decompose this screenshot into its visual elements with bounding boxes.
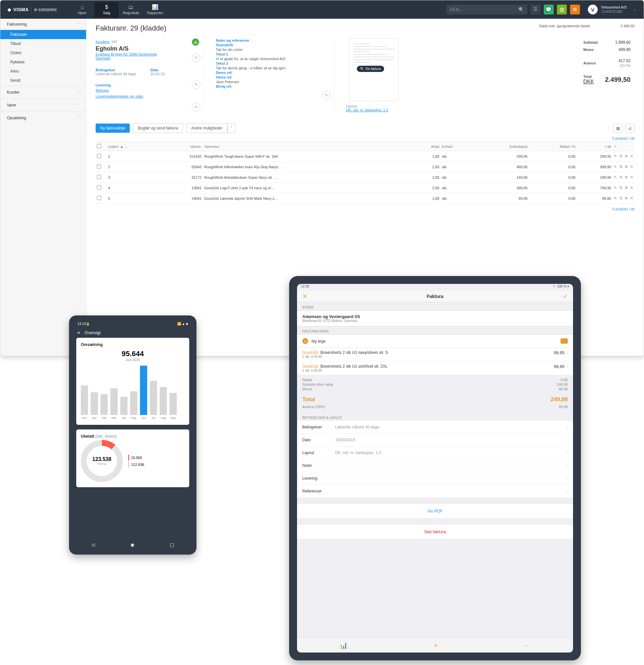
edit-icon[interactable]: ✎ [614,196,617,201]
back-icon[interactable]: ◁ [91,542,95,547]
edit-icon[interactable]: ✎ [614,165,617,169]
table-row[interactable]: 413841GoodJob LogoT-shirt 2-pak T4 navy … [96,183,634,193]
unpaid-card[interactable]: Ubetalt (inkl. moms) 123.538TOTAL 10.902… [76,430,189,487]
row-select[interactable] [97,154,101,158]
row-select[interactable] [97,164,101,169]
view-pdf-button[interactable]: Vis PDF [297,504,573,518]
print-button[interactable]: 🖨 [625,124,634,133]
sidebar-section-setup[interactable]: Opsætning˅ [0,112,86,124]
wifi-icon: ᯤ [553,285,556,288]
help-button[interactable]: ▥ [557,5,567,15]
row-select[interactable] [97,185,101,190]
fullscreen-icon[interactable]: ⤢ [614,144,617,148]
delivery-address[interactable]: Adresse [96,88,109,92]
company-switcher[interactable]: V Virksomhed A/S 12345678 ABC ⌄ [588,5,637,15]
global-search[interactable]: Gå til... 🔍 [447,5,527,15]
copy-icon[interactable]: ⧉ [625,154,628,158]
close-button[interactable]: ✕ [302,293,307,300]
edit-icon[interactable]: ✎ [614,154,617,158]
tabbar-more-icon[interactable]: ⋯ [524,641,531,649]
sales-icon: $ [105,5,108,10]
delete-icon[interactable]: ✕ [630,196,633,201]
revenue-card[interactable]: Omsætning 95.644 Juni 2019 DecJanFebMarA… [76,338,189,425]
new-line-button[interactable]: Ny fakturalinje [96,124,130,133]
sidebar-item-sent[interactable]: Sendt [0,76,86,85]
customer-address[interactable]: Enghave Brygge 83, 5300 Kerteminde [96,52,157,56]
reorder-icon[interactable]: ⇅ [619,165,622,169]
sidebar-section-products[interactable]: Varer˅ [0,99,86,111]
setting-row[interactable]: LayoutDK, std. m. bankoplys. 1.5› [297,446,573,459]
sidebar-section-invoicing[interactable]: Fakturering˄ [0,19,86,30]
delivery-terms[interactable]: Leveringsbetingelser og -dato [96,94,143,98]
chevron-down-icon[interactable]: ˅ [227,123,235,133]
currency-link[interactable]: DKK [583,79,594,84]
nav-home[interactable]: ⌂Hjem [70,2,94,17]
sidebar-section-customers[interactable]: Kunder˅ [0,87,86,98]
edit-notes-button[interactable]: ✎ [322,91,330,99]
customer-row[interactable]: Adamsen og Vestergaard I/S Østoftevej 63… [297,310,573,326]
other-actions-button[interactable]: Andre muligheder ˅ [186,123,235,133]
select-all[interactable] [97,144,101,148]
nav-reports[interactable]: 📊Rapporter [143,2,167,17]
delete-invoice-button[interactable]: Slet faktura [297,525,573,539]
sidebar-item-archive[interactable]: Arkiv [0,67,86,76]
delete-icon[interactable]: ✕ [630,165,633,169]
tabbar-reports-icon[interactable]: 📊 [339,641,348,649]
sidebar-item-quotes[interactable]: Tilbud [0,39,86,48]
chat-button[interactable]: 💬 [544,5,554,15]
preview-invoice-button[interactable]: 🔍Vis faktura [357,66,384,72]
copy-icon[interactable]: ⧉ [625,186,628,190]
book-send-button[interactable]: Bogfør og send faktura [133,123,183,133]
edit-icon[interactable]: ✎ [614,175,617,179]
table-row[interactable]: 292643RoughWork Håndværker buks Rip-Stop… [96,162,634,172]
table-row[interactable]: 332172RoughWork Arbejdsbukser Super Navy… [96,172,634,183]
copy-icon[interactable]: ⧉ [625,196,628,201]
date-value: 19.03.19 [151,72,165,76]
nav-accounting[interactable]: 🗂Regnskab [119,2,143,17]
delete-icon[interactable]: ✕ [630,154,633,158]
sidebar-item-invoices[interactable]: Fakturaer [0,30,86,39]
reorder-icon[interactable]: ⇅ [619,186,622,190]
edit-icon[interactable]: ✎ [614,186,617,190]
summary-block: Rabat0,00 Subtotal efter rabat199,90 Mom… [297,375,573,395]
row-select[interactable] [97,175,101,179]
customer-country[interactable]: Danmark [96,56,110,60]
apps-button[interactable]: ⠿ [531,5,541,15]
reorder-icon[interactable]: ⇅ [619,154,622,158]
setting-row[interactable]: Noter› [297,459,573,472]
search-icon: 🔍 [518,7,524,12]
invoice-line[interactable]: GoodJob Boxershorts 2 stk U1 navy/oliven… [297,348,573,361]
reorder-icon[interactable]: ⇅ [619,175,622,179]
table-row[interactable]: 514041GoodJob Lærreds skjorte SH6 Mørk N… [96,193,634,204]
customer-number-label[interactable]: Kundenr. [96,40,110,44]
sidebar-item-reminders[interactable]: Rykkere [0,57,86,67]
row-select[interactable] [97,196,101,200]
setting-row[interactable]: Levering› [297,472,573,485]
nav-sales[interactable]: $Salg [94,2,119,17]
recent-icon[interactable]: ▢ [170,542,174,547]
delete-icon[interactable]: ✕ [630,186,633,190]
columns-button[interactable]: ▦ [613,124,623,133]
catalog-icon[interactable] [561,338,568,344]
setting-row[interactable]: BetingelserLøbende måned 30 dage› [297,421,573,434]
layout-link[interactable]: DK, std. m. bankoplys. 1.5 [346,108,388,112]
invoice-line[interactable]: GoodJob Boxershorts 2 stk U1 sort/hvid s… [297,361,573,375]
confirm-button[interactable]: ✓ [563,293,568,300]
tabbar-add-icon[interactable]: ＋ [432,641,439,649]
edit-customer-button[interactable]: ✎ [192,54,201,62]
home-icon[interactable]: ◉ [130,542,134,547]
delete-icon[interactable]: ✕ [630,175,633,179]
settings-button[interactable]: ⚙ [570,5,580,15]
edit-delivery-button[interactable]: ✎ [192,103,201,111]
sidebar-item-orders[interactable]: Ordrer [0,48,86,57]
menu-icon[interactable]: ≡ [78,330,80,335]
company-avatar: V [588,5,598,15]
edit-terms-button[interactable]: ✎ [192,80,201,89]
reorder-icon[interactable]: ⇅ [619,196,622,201]
copy-icon[interactable]: ⧉ [625,165,628,169]
setting-row[interactable]: Referencer› [297,485,573,498]
copy-icon[interactable]: ⧉ [625,175,628,179]
setting-row[interactable]: Dato19/03/2019› [297,434,573,446]
new-line-row[interactable]: + Ny linje [297,335,573,348]
table-row[interactable]: 1151542RoughWork ToughJeans Super NAVY s… [96,151,634,162]
